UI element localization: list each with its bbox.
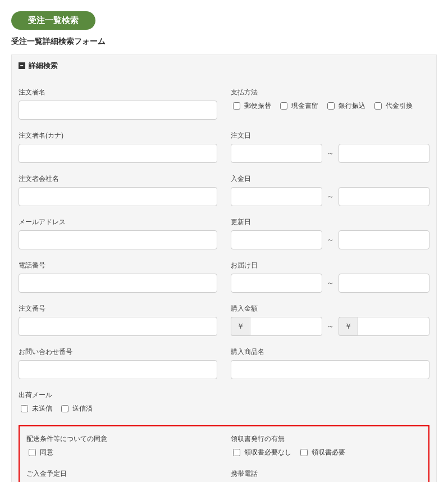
label-update-date: 更新日	[231, 217, 429, 227]
tilde: ～	[327, 148, 334, 158]
label-inquiry-no: お問い合わせ番号	[19, 347, 217, 357]
label-mobile-phone: 携帯電話	[231, 469, 422, 479]
input-update-date-to[interactable]	[339, 230, 430, 249]
label-purchase-amount: 購入金額	[231, 304, 429, 313]
tilde: ～	[327, 321, 334, 331]
form-body: 注文者名 支払方法 郵便振替 現金書留 銀行振込 代金引換 注文者名(カナ) 注…	[12, 88, 436, 482]
input-orderer-company[interactable]	[19, 187, 217, 206]
panel-header[interactable]: 詳細検索	[12, 55, 436, 76]
input-orderer-name[interactable]	[19, 101, 217, 120]
chk-pay-bank[interactable]: 銀行振込	[325, 101, 365, 111]
chk-receipt-no[interactable]: 領収書必要なし	[231, 447, 291, 458]
highlighted-section: 配送条件等についての同意 同意 領収書発行の有無 領収書必要なし 領収書必要 ご…	[19, 425, 429, 482]
label-order-no: 注文番号	[19, 304, 217, 313]
label-email: メールアドレス	[19, 217, 217, 227]
chk-consent[interactable]: 同意	[26, 447, 53, 458]
label-payment-date: 入金日	[231, 174, 429, 184]
chk-ship-sent[interactable]: 送信済	[59, 403, 93, 414]
input-order-date-from[interactable]	[231, 144, 322, 163]
input-inquiry-no[interactable]	[19, 360, 217, 379]
label-delivery-date: お届け日	[231, 261, 429, 270]
ship-mail-options: 未送信 送信済	[19, 403, 217, 414]
input-order-date-to[interactable]	[339, 144, 430, 163]
panel-title: 詳細検索	[29, 61, 58, 71]
input-order-no[interactable]	[19, 317, 217, 336]
input-orderer-kana[interactable]	[19, 144, 217, 163]
input-phone[interactable]	[19, 274, 217, 293]
page-title-badge: 受注一覧検索	[11, 11, 95, 30]
input-delivery-date-from[interactable]	[231, 274, 322, 293]
tilde: ～	[327, 278, 334, 288]
input-delivery-date-to[interactable]	[339, 274, 430, 293]
label-order-date: 注文日	[231, 131, 429, 140]
input-update-date-from[interactable]	[231, 230, 322, 249]
label-product-name: 購入商品名	[231, 347, 429, 357]
label-orderer-kana: 注文者名(カナ)	[19, 131, 217, 140]
tilde: ～	[327, 192, 334, 202]
input-payment-date-from[interactable]	[231, 187, 322, 206]
search-panel: 詳細検索 注文者名 支払方法 郵便振替 現金書留 銀行振込 代金引換 注文者名(	[11, 54, 437, 482]
receipt-options: 領収書必要なし 領収書必要	[231, 447, 422, 458]
yen-icon: ￥	[231, 317, 250, 336]
chk-receipt-yes[interactable]: 領収書必要	[298, 447, 345, 458]
label-receipt-issue: 領収書発行の有無	[231, 434, 422, 444]
input-product-name[interactable]	[231, 360, 429, 379]
label-payment-schedule: ご入金予定日	[26, 469, 217, 479]
input-payment-date-to[interactable]	[339, 187, 430, 206]
chk-pay-cash[interactable]: 現金書留	[278, 101, 318, 111]
label-pay-method: 支払方法	[231, 88, 429, 97]
input-email[interactable]	[19, 230, 217, 249]
consent-options: 同意	[26, 447, 217, 458]
label-orderer-name: 注文者名	[19, 88, 217, 97]
pay-method-options: 郵便振替 現金書留 銀行振込 代金引換	[231, 101, 429, 111]
label-ship-mail: 出荷メール	[19, 390, 217, 400]
label-orderer-company: 注文者会社名	[19, 174, 217, 184]
chk-pay-cod[interactable]: 代金引換	[372, 101, 413, 111]
label-delivery-consent: 配送条件等についての同意	[26, 434, 217, 444]
collapse-icon	[19, 62, 25, 69]
label-phone: 電話番号	[19, 261, 217, 270]
page-subtitle: 受注一覧詳細検索フォーム	[11, 37, 437, 47]
tilde: ～	[327, 235, 334, 245]
yen-icon: ￥	[339, 317, 358, 336]
input-amount-to[interactable]	[358, 317, 430, 336]
input-amount-from[interactable]	[250, 317, 322, 336]
chk-ship-unsent[interactable]: 未送信	[19, 403, 52, 414]
chk-pay-postal[interactable]: 郵便振替	[231, 101, 271, 111]
